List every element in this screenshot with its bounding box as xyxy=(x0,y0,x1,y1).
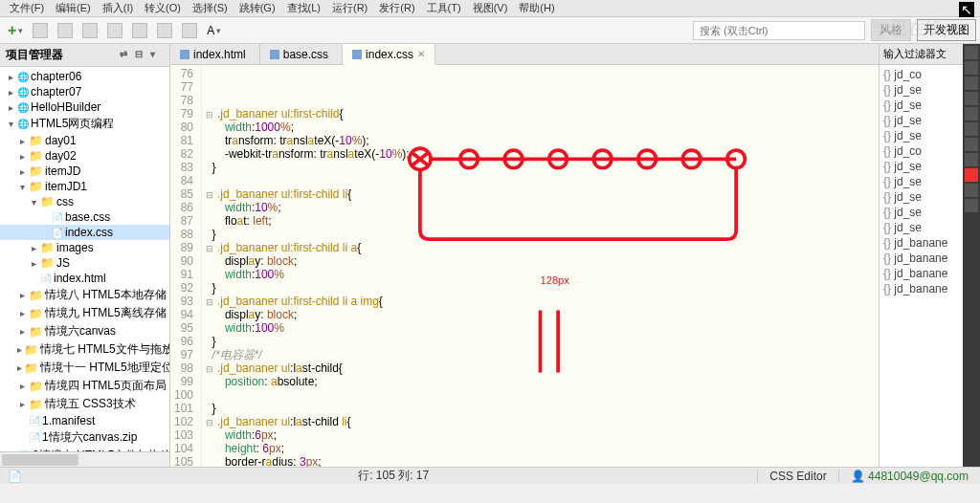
code-line[interactable]: width:10%; xyxy=(206,201,875,214)
tree-item[interactable]: ▸📁情境八 HTML5本地存储 xyxy=(0,286,169,304)
code-line[interactable] xyxy=(206,388,875,402)
outline-filter[interactable]: 输入过滤器文 xyxy=(880,44,963,65)
tree-item[interactable]: 📄base.css xyxy=(0,209,169,225)
tool-save[interactable] xyxy=(78,21,101,40)
code-line[interactable]: ⊟.jd_bananer ul:last-child{ xyxy=(206,361,875,375)
code-line[interactable]: position: absolute; xyxy=(206,375,875,388)
outline-item[interactable]: jd_co xyxy=(881,143,961,159)
rt-tool-3[interactable] xyxy=(965,77,978,90)
rt-tool-1[interactable] xyxy=(965,46,978,59)
outline-item[interactable]: jd_se xyxy=(881,82,961,98)
code-line[interactable]: ⊟.jd_bananer ul:first-child{ xyxy=(206,107,875,120)
code-line[interactable]: } xyxy=(206,228,875,241)
search-input[interactable] xyxy=(693,21,865,40)
menu-icon[interactable]: ▾ xyxy=(150,49,164,62)
code-line[interactable]: ⊟.jd_bananer ul:first-child li{ xyxy=(206,187,875,201)
tree-item[interactable]: 📄1.manifest xyxy=(0,413,169,428)
code-line[interactable]: width:6px; xyxy=(206,428,875,442)
editor-tab[interactable]: base.css xyxy=(260,44,343,64)
code-line[interactable]: float: left; xyxy=(206,214,875,228)
tree-item[interactable]: ▸📁情境四 HTML5页面布局 xyxy=(0,377,169,395)
code-line[interactable]: ⊟.jd_bananer ul:last-child li{ xyxy=(206,415,875,428)
outline-item[interactable]: jd_banane xyxy=(881,251,961,266)
rt-tool-9[interactable] xyxy=(965,184,978,197)
sidebar-hscroll[interactable] xyxy=(0,451,169,467)
code-line[interactable]: display: block; xyxy=(206,254,875,268)
outline-item[interactable]: jd_banane xyxy=(881,235,961,251)
tree-item[interactable]: ▸📁day01 xyxy=(0,133,169,148)
tree-item[interactable]: ▸📁images xyxy=(0,240,169,255)
code-line[interactable]: width:100% xyxy=(206,268,875,281)
user-account[interactable]: 👤 44810049@qq.com xyxy=(838,470,980,483)
editor-tab[interactable]: index.css✕ xyxy=(343,44,435,65)
tree-item[interactable]: ▸📁情境七 HTML5文件与拖放 xyxy=(0,340,169,359)
code-line[interactable]: width:1000%; xyxy=(206,120,875,134)
tree-item[interactable]: ▸🌐HelloHBuilder xyxy=(0,99,169,115)
rt-tool-7[interactable] xyxy=(965,138,978,151)
menu-item[interactable]: 跳转(G) xyxy=(234,0,281,16)
rt-tool-5[interactable] xyxy=(965,107,978,120)
outline-item[interactable]: jd_se xyxy=(881,174,961,189)
tool-undo[interactable] xyxy=(29,21,52,40)
code-line[interactable]: } xyxy=(206,402,875,415)
menu-item[interactable]: 编辑(E) xyxy=(50,0,97,16)
code-line[interactable]: width:100% xyxy=(206,321,875,335)
menu-item[interactable]: 文件(F) xyxy=(4,0,50,16)
tree-item[interactable]: 📄index.html xyxy=(0,271,169,286)
code-content[interactable]: 128px ⊟.jd_bananer ul:first-child{ width… xyxy=(202,65,879,467)
code-line[interactable]: -webkit-transform: translateX(-10%); xyxy=(206,147,875,161)
outline-item[interactable]: jd_se xyxy=(881,205,961,220)
tree-item[interactable]: ▸🌐chapter06 xyxy=(0,69,169,84)
tree-item[interactable]: ▸📁情境五 CSS3技术 xyxy=(0,395,169,413)
editor-tab[interactable]: index.html xyxy=(170,44,260,64)
tree-item[interactable]: ▸📁情境六canvas xyxy=(0,322,169,340)
tool-paste[interactable] xyxy=(153,21,176,40)
rt-tool-2[interactable] xyxy=(965,61,978,75)
outline-item[interactable]: jd_se xyxy=(881,113,961,128)
tool-font[interactable]: A▾ xyxy=(203,22,225,39)
code-line[interactable]: ⊟.jd_bananer ul:first-child li a{ xyxy=(206,241,875,254)
rt-tool-color[interactable] xyxy=(965,168,978,182)
code-line[interactable]: ⊟.jd_bananer ul:first-child li a img{ xyxy=(206,295,875,308)
tree-item[interactable]: ▸📁itemJD xyxy=(0,164,169,179)
outline-item[interactable]: jd_se xyxy=(881,220,961,235)
code-line[interactable] xyxy=(206,174,875,187)
code-line[interactable]: display: block; xyxy=(206,308,875,321)
menu-item[interactable]: 帮助(H) xyxy=(513,0,560,16)
code-editor[interactable]: 7677787980818283848586878889909192939495… xyxy=(170,65,879,467)
tool-cut[interactable] xyxy=(103,21,126,40)
tree-item[interactable]: ▸📁情境九 HTML5离线存储 xyxy=(0,304,169,322)
code-line[interactable]: /*电容器*/ xyxy=(206,348,875,361)
tree-item[interactable]: ▾🌐HTML5网页编程 xyxy=(0,115,169,133)
tree-item[interactable]: 📄index.css xyxy=(0,225,169,240)
menu-item[interactable]: 运行(R) xyxy=(326,0,373,16)
rt-tool-8[interactable] xyxy=(965,153,978,166)
code-line[interactable]: border-radius: 3px; xyxy=(206,455,875,467)
rt-tool-4[interactable] xyxy=(965,92,978,105)
tree-item[interactable]: 📄1情境六canvas.zip xyxy=(0,428,169,447)
tree-item[interactable]: ▸🌐chapter07 xyxy=(0,84,169,99)
menu-item[interactable]: 查找(L) xyxy=(281,0,326,16)
tree-item[interactable]: ▾📁css xyxy=(0,194,169,209)
tree-item[interactable]: ▸📁情境十一 HTML5地理定位 xyxy=(0,359,169,377)
outline-item[interactable]: jd_se xyxy=(881,189,961,205)
code-line[interactable]: height: 6px; xyxy=(206,442,875,455)
link-icon[interactable]: ⇄ xyxy=(120,49,133,62)
menu-item[interactable]: 工具(T) xyxy=(421,0,467,16)
code-line[interactable]: transform: translateX(-10%); xyxy=(206,134,875,147)
rt-tool-6[interactable] xyxy=(965,122,978,136)
menu-item[interactable]: 插入(I) xyxy=(97,0,139,16)
code-line[interactable]: } xyxy=(206,335,875,348)
collapse-icon[interactable]: ⊟ xyxy=(135,49,148,62)
rt-tool-10[interactable] xyxy=(965,199,978,212)
menu-item[interactable]: 视图(V) xyxy=(467,0,514,16)
tool-redo[interactable] xyxy=(54,21,77,40)
outline-item[interactable]: jd_se xyxy=(881,128,961,143)
tree-item[interactable]: ▸📁JS xyxy=(0,255,169,271)
outline-item[interactable]: jd_se xyxy=(881,159,961,174)
tool-run[interactable] xyxy=(178,21,201,40)
outline-item[interactable]: jd_banane xyxy=(881,266,961,281)
code-line[interactable]: } xyxy=(206,161,875,174)
outline-item[interactable]: jd_banane xyxy=(881,281,961,296)
outline-item[interactable]: jd_se xyxy=(881,98,961,113)
